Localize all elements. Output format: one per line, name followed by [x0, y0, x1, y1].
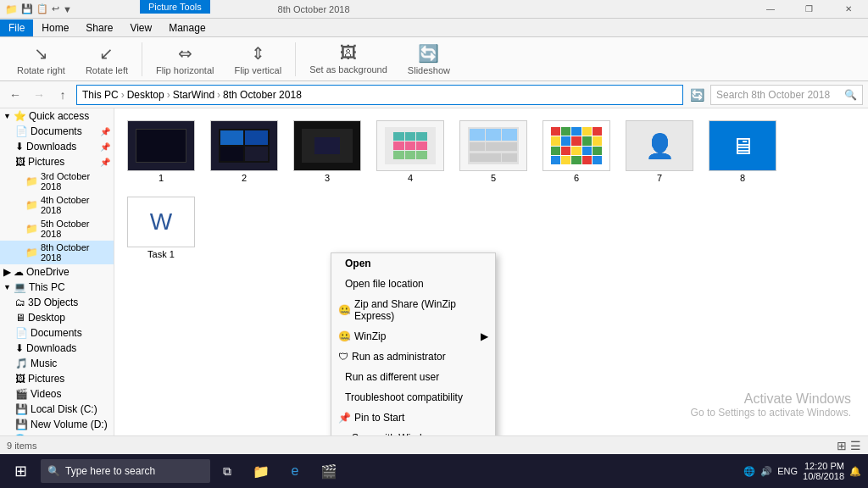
ctx-open-file-location[interactable]: Open file location — [331, 274, 495, 294]
view-toggle-grid[interactable]: ⊞ — [837, 439, 847, 452]
view-toggle-list[interactable]: ☰ — [850, 439, 861, 452]
sidebar-item-desktop[interactable]: 🖥Desktop — [0, 310, 114, 325]
sidebar-item-quickaccess[interactable]: ▼ ⭐ Quick access — [0, 108, 114, 124]
taskbar-explorer[interactable]: 📁 — [244, 454, 278, 488]
file-item-1[interactable]: 1 — [123, 117, 199, 186]
ctx-run-user[interactable]: Run as different user — [331, 367, 495, 387]
sidebar: ▼ ⭐ Quick access 📄Documents📌 ⬇Downloads📌… — [0, 108, 114, 435]
taskbar-network-icon: 🌐 — [743, 466, 755, 477]
file-content: 1 2 3 — [114, 108, 868, 435]
sidebar-item-thispc[interactable]: ▼💻This PC — [0, 280, 114, 295]
tab-manage[interactable]: Manage — [160, 19, 214, 36]
sidebar-item-music[interactable]: 🎵Music — [0, 356, 114, 371]
refresh-button[interactable]: 🔄 — [687, 85, 707, 105]
tab-file[interactable]: File — [0, 19, 33, 36]
file-item-5[interactable]: 5 — [455, 117, 531, 186]
file-item-2[interactable]: 2 — [206, 117, 282, 186]
tab-home[interactable]: Home — [33, 19, 77, 36]
sidebar-item-3rd[interactable]: 📁3rd October 2018 — [0, 169, 114, 193]
ribbon-rotate-left[interactable]: Rotate left — [86, 65, 128, 75]
sidebar-item-docs2[interactable]: 📄Documents — [0, 325, 114, 341]
picture-tools-label: Picture Tools — [140, 0, 210, 14]
quick-access-icon: 💾 — [21, 3, 33, 14]
task-view-button[interactable]: ⧉ — [210, 454, 244, 488]
sidebar-item-3dobjects[interactable]: 🗂3D Objects — [0, 295, 114, 310]
sidebar-item-pictures2[interactable]: 🖼Pictures — [0, 371, 114, 386]
search-icon: 🔍 — [844, 89, 857, 101]
address-path[interactable]: This PC › Desktop › StarWind › 8th Octob… — [76, 85, 683, 105]
sidebar-item-4th[interactable]: 📁4th October 2018 — [0, 193, 114, 217]
ribbon-slideshow[interactable]: Slideshow — [408, 65, 450, 75]
sidebar-item-localc[interactable]: 💾Local Disk (C:) — [0, 402, 114, 417]
search-box[interactable]: Search 8th October 2018 🔍 — [710, 85, 863, 105]
taskbar-edge[interactable]: e — [278, 454, 312, 488]
ctx-winzip[interactable]: 🤐WinZip▶ — [331, 326, 495, 347]
search-icon: 🔍 — [47, 465, 60, 477]
file-item-4[interactable]: 4 — [372, 117, 448, 186]
back-button[interactable]: ← — [5, 85, 25, 105]
tab-view[interactable]: View — [121, 19, 160, 36]
sidebar-item-pictures[interactable]: 🖼Pictures📌 — [0, 154, 114, 169]
save-icon: 📋 — [36, 3, 48, 14]
file-item-6[interactable]: 6 — [538, 117, 615, 186]
minimize-button[interactable]: — — [751, 0, 790, 19]
ctx-defender[interactable]: 🛡Scan with Windows Defender... — [331, 428, 495, 435]
task-search[interactable]: 🔍 Type here to search — [41, 459, 210, 483]
sidebar-item-downloads2[interactable]: ⬇Downloads — [0, 341, 114, 356]
sidebar-item-5th[interactable]: 📁5th October 2018 — [0, 217, 114, 241]
ctx-run-admin[interactable]: 🛡Run as administrator — [331, 347, 495, 367]
ctx-pin-start[interactable]: 📌Pin to Start — [331, 408, 495, 428]
close-button[interactable]: ✕ — [829, 0, 868, 19]
taskbar-notifications[interactable]: 🔔 — [849, 466, 861, 477]
sidebar-item-newvol[interactable]: 💾New Volume (D:) — [0, 417, 114, 432]
file-item-8[interactable]: 🖥 8 — [704, 117, 781, 186]
ctx-winzip-express[interactable]: 🤐Zip and Share (WinZip Express) — [331, 294, 495, 326]
taskbar-vlc[interactable]: 🎬 — [312, 454, 346, 488]
taskbar-speaker-icon: 🔊 — [760, 466, 772, 477]
tab-share[interactable]: Share — [77, 19, 121, 36]
dropdown-icon: ▼ — [63, 4, 72, 14]
taskbar-clock[interactable]: 12:20 PM 10/8/2018 — [803, 461, 844, 481]
ribbon-flip-h[interactable]: Flip horizontal — [156, 65, 214, 75]
window-title: 8th October 2018 — [278, 4, 350, 14]
sidebar-item-network[interactable]: ▶🌐Network — [0, 432, 114, 435]
ribbon-flip-v[interactable]: Flip vertical — [235, 65, 282, 75]
ctx-troubleshoot[interactable]: Troubleshoot compatibility — [331, 387, 495, 408]
start-button[interactable]: ⊞ — [0, 454, 41, 488]
forward-button[interactable]: → — [29, 85, 49, 105]
windows-watermark: Activate Windows Go to Settings to activ… — [691, 391, 851, 419]
items-count: 9 items — [7, 441, 36, 451]
ribbon-set-background[interactable]: Set as background — [309, 64, 387, 75]
file-item-7[interactable]: 👤 7 — [621, 117, 698, 186]
sidebar-item-documents[interactable]: 📄Documents📌 — [0, 124, 114, 139]
sidebar-item-downloads[interactable]: ⬇Downloads📌 — [0, 139, 114, 154]
restore-button[interactable]: ❐ — [790, 0, 829, 19]
sidebar-item-videos[interactable]: 🎬Videos — [0, 386, 114, 402]
sidebar-item-8th[interactable]: 📁8th October 2018 — [0, 241, 114, 264]
app-icon: 📁 — [5, 3, 18, 15]
taskbar-language[interactable]: ENG — [777, 466, 798, 476]
context-menu: Open Open file location 🤐Zip and Share (… — [331, 252, 496, 435]
status-bar: 9 items ⊞ ☰ — [0, 435, 868, 454]
file-item-3[interactable]: 3 — [289, 117, 365, 186]
file-item-task1[interactable]: W Task 1 — [123, 193, 199, 263]
taskbar: ⊞ 🔍 Type here to search ⧉ 📁 e 🎬 🌐 🔊 ENG … — [0, 454, 868, 488]
up-button[interactable]: ↑ — [53, 85, 73, 105]
sidebar-item-onedrive[interactable]: ▶☁OneDrive — [0, 264, 114, 280]
ribbon-rotate-right[interactable]: Rotate right — [17, 65, 65, 75]
ctx-open[interactable]: Open — [331, 253, 495, 274]
undo-icon: ↩ — [52, 3, 59, 14]
